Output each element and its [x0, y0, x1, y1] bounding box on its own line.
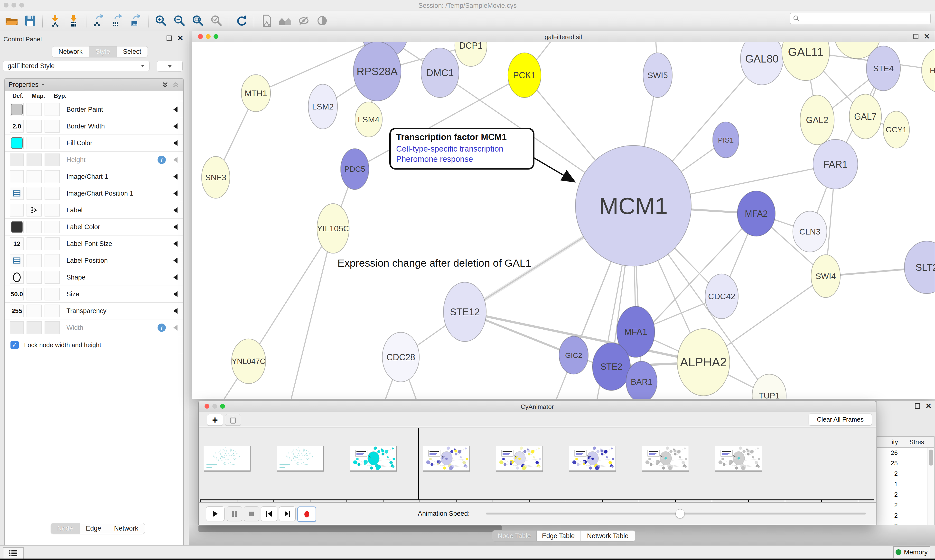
- mapping-cell[interactable]: [26, 322, 42, 334]
- tab-node[interactable]: Node: [51, 523, 80, 534]
- tab-select[interactable]: Select: [117, 46, 148, 57]
- search-field[interactable]: [790, 13, 930, 24]
- play-button[interactable]: [206, 506, 224, 521]
- node-DCP1[interactable]: DCP1: [455, 42, 487, 66]
- properties-header[interactable]: Properties: [5, 78, 184, 91]
- annotation-link[interactable]: Cell-type-specific transcription: [396, 144, 528, 154]
- property-row-size[interactable]: 50.0Size: [5, 286, 184, 303]
- mapping-cell[interactable]: [26, 137, 42, 149]
- node-GAL7[interactable]: GAL7: [849, 94, 881, 139]
- expand-row-icon[interactable]: [173, 207, 177, 213]
- bypass-cell[interactable]: [45, 187, 60, 200]
- go-to-end-button[interactable]: [279, 506, 296, 521]
- zoom-selected-button[interactable]: [210, 13, 224, 28]
- table-row[interactable]: 2: [877, 500, 934, 510]
- hide-button[interactable]: [296, 13, 311, 28]
- save-session-button[interactable]: [23, 13, 37, 28]
- expand-row-icon[interactable]: [173, 325, 177, 331]
- frame-thumbnail-3[interactable]: [350, 446, 397, 471]
- node-GAL11[interactable]: GAL11: [782, 42, 830, 80]
- frame-thumbnail-6[interactable]: [569, 446, 616, 471]
- column-stress[interactable]: Stres: [899, 438, 934, 446]
- property-row-fill-color[interactable]: Fill Color: [5, 135, 184, 152]
- default-value-cell[interactable]: [10, 187, 24, 200]
- default-value-cell[interactable]: 255: [10, 305, 24, 317]
- network-file-button[interactable]: [259, 13, 274, 28]
- tab-node-table[interactable]: Node Table: [492, 530, 536, 542]
- expand-row-icon[interactable]: [173, 157, 177, 163]
- expand-row-icon[interactable]: [173, 274, 177, 280]
- expand-row-icon[interactable]: [173, 224, 177, 230]
- bypass-cell[interactable]: [45, 170, 60, 183]
- expand-row-icon[interactable]: [173, 258, 177, 263]
- node-STE4[interactable]: STE4: [866, 46, 900, 91]
- property-row-width[interactable]: Widthi: [5, 319, 184, 336]
- frame-thumbnail-4[interactable]: [423, 446, 470, 471]
- frame-thumbnail-1[interactable]: [204, 446, 250, 471]
- bypass-cell[interactable]: [45, 322, 60, 334]
- node-YNL047C[interactable]: YNL047C: [231, 339, 265, 384]
- default-value-cell[interactable]: [10, 221, 24, 233]
- bypass-cell[interactable]: [45, 271, 60, 284]
- node-RPS28A[interactable]: RPS28A: [353, 42, 401, 101]
- info-icon[interactable]: i: [157, 156, 166, 164]
- node-GIC2[interactable]: GIC2: [559, 336, 588, 374]
- table-row[interactable]: 1: [877, 479, 934, 489]
- node-GAL2[interactable]: GAL2: [800, 95, 834, 145]
- network-window-titlebar[interactable]: galFiltered.sif ✕: [192, 31, 935, 42]
- mapping-cell[interactable]: [26, 170, 42, 183]
- contrast-button[interactable]: [315, 13, 329, 28]
- expand-row-icon[interactable]: [173, 291, 177, 297]
- column-centrality[interactable]: ity: [877, 437, 899, 448]
- tab-network[interactable]: Network: [108, 523, 145, 534]
- expand-row-icon[interactable]: [173, 191, 177, 196]
- style-selector[interactable]: galFiltered Style: [3, 61, 150, 71]
- node-SWI5[interactable]: SWI5: [643, 53, 672, 98]
- property-row-transparency[interactable]: 255Transparency: [5, 303, 184, 319]
- stop-button[interactable]: [244, 506, 259, 521]
- export-table-button[interactable]: [110, 13, 124, 28]
- scrollbar-thumb[interactable]: [929, 449, 933, 466]
- mapping-cell[interactable]: [26, 154, 42, 166]
- edge-YIL105C-_b5[interactable]: [287, 228, 333, 399]
- node-BAR1[interactable]: BAR1: [626, 361, 657, 399]
- close-panel-icon[interactable]: ✕: [926, 403, 932, 409]
- mapping-cell[interactable]: [26, 288, 42, 300]
- search-input[interactable]: [800, 15, 923, 23]
- node-PDC5[interactable]: PDC5: [341, 149, 369, 189]
- property-row-image-chart-1[interactable]: Image/Chart 1: [5, 168, 184, 185]
- node-MCM1[interactable]: MCM1: [576, 146, 691, 266]
- expand-row-icon[interactable]: [173, 123, 177, 129]
- node-PIS1[interactable]: PIS1: [713, 122, 739, 158]
- node-SWI4[interactable]: SWI4: [811, 255, 840, 297]
- expand-row-icon[interactable]: [173, 241, 177, 247]
- node-SLT2[interactable]: SLT2: [904, 241, 935, 294]
- bypass-cell[interactable]: [45, 103, 60, 116]
- node-TUP1[interactable]: TUP1: [752, 374, 786, 399]
- import-network-button[interactable]: [48, 13, 62, 28]
- expand-row-icon[interactable]: [173, 174, 177, 180]
- bypass-cell[interactable]: [45, 221, 60, 233]
- float-panel-icon[interactable]: [913, 34, 918, 39]
- bypass-cell[interactable]: [45, 137, 60, 149]
- property-row-border-paint[interactable]: Border Paint: [5, 101, 184, 118]
- node-PCK1[interactable]: PCK1: [508, 53, 541, 98]
- go-to-start-button[interactable]: [261, 506, 277, 521]
- table-row[interactable]: 25: [877, 458, 934, 469]
- cyanimator-titlebar[interactable]: CyAnimator: [199, 401, 876, 412]
- mapping-cell[interactable]: [26, 221, 42, 233]
- property-row-label-font-size[interactable]: 12Label Font Size: [5, 235, 184, 252]
- node-DMC1[interactable]: DMC1: [421, 48, 459, 98]
- bypass-cell[interactable]: [45, 254, 60, 267]
- node-STE12[interactable]: STE12: [443, 282, 486, 342]
- frame-thumbnail-7[interactable]: [642, 446, 689, 471]
- default-value-cell[interactable]: [10, 137, 24, 149]
- mapping-cell[interactable]: [26, 187, 42, 200]
- float-panel-icon[interactable]: [167, 35, 172, 41]
- table-row[interactable]: 26: [877, 448, 934, 458]
- tab-style[interactable]: Style: [89, 46, 117, 57]
- node-MTH1[interactable]: MTH1: [241, 75, 270, 112]
- close-panel-icon[interactable]: ✕: [924, 34, 930, 39]
- property-row-image-chart-position-1[interactable]: Image/Chart Position 1: [5, 185, 184, 202]
- export-image-button[interactable]: [129, 13, 143, 28]
